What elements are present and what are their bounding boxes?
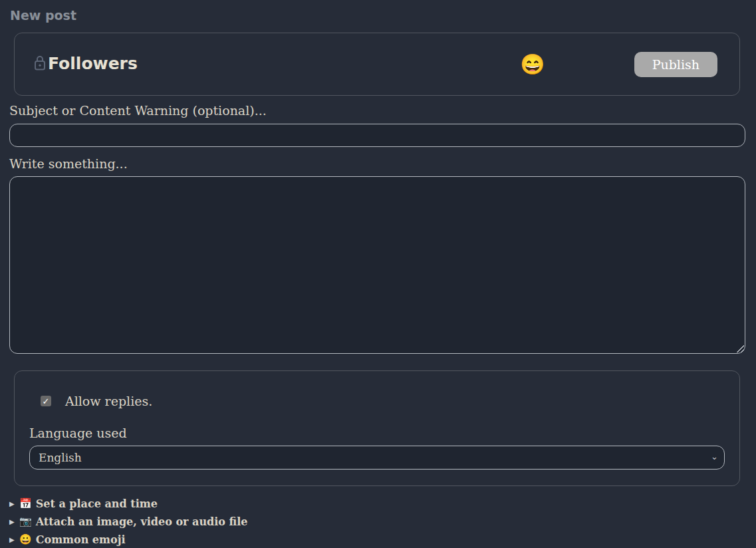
emoji-picker-icon[interactable]: 😄 (520, 53, 545, 75)
allow-replies-checkbox[interactable]: ✓ (41, 396, 51, 406)
common-emoji-details: ▶ 😀 Common emoji (9, 531, 745, 548)
disclosure-triangle-icon: ▶ (9, 513, 15, 531)
grinning-face-icon: 😀 (19, 531, 32, 548)
check-icon: ✓ (43, 397, 50, 406)
body-textarea[interactable] (9, 176, 745, 354)
subject-label: Subject or Content Warning (optional)... (9, 104, 745, 118)
lock-icon (34, 55, 46, 74)
language-select-wrap: English ⌄ (29, 446, 725, 470)
common-emoji-label: Common emoji (36, 531, 126, 548)
disclosure-triangle-icon: ▶ (9, 495, 15, 513)
body-label: Write something... (9, 157, 745, 171)
attach-media-summary[interactable]: ▶ 📷 Attach an image, video or audio file (9, 513, 745, 531)
publish-button[interactable]: Publish (634, 52, 717, 77)
place-time-details: ▶ 📅 Set a place and time (9, 495, 745, 513)
page-title: New post (10, 8, 745, 23)
extra-options-list: ▶ 📅 Set a place and time ▶ 📷 Attach an i… (9, 495, 745, 548)
composer-header-panel: Followers 😄 Publish (14, 33, 740, 96)
place-time-summary[interactable]: ▶ 📅 Set a place and time (9, 495, 745, 513)
common-emoji-summary[interactable]: ▶ 😀 Common emoji (9, 531, 745, 548)
subject-input[interactable] (9, 124, 745, 147)
place-time-label: Set a place and time (36, 495, 158, 513)
language-label: Language used (29, 426, 725, 440)
attach-media-details: ▶ 📷 Attach an image, video or audio file (9, 513, 745, 531)
post-options-panel: ✓ Allow replies. Language used English ⌄ (14, 370, 740, 486)
allow-replies-label: Allow replies. (65, 394, 152, 408)
calendar-icon: 📅 (19, 495, 32, 513)
visibility-selector[interactable]: Followers (34, 55, 520, 74)
attach-media-label: Attach an image, video or audio file (36, 513, 248, 531)
language-select[interactable]: English (29, 446, 725, 470)
visibility-label: Followers (48, 55, 138, 73)
allow-replies-row: ✓ Allow replies. (41, 394, 725, 408)
disclosure-triangle-icon: ▶ (9, 531, 15, 548)
camera-icon: 📷 (19, 513, 32, 531)
body-textarea-wrap (9, 176, 745, 354)
